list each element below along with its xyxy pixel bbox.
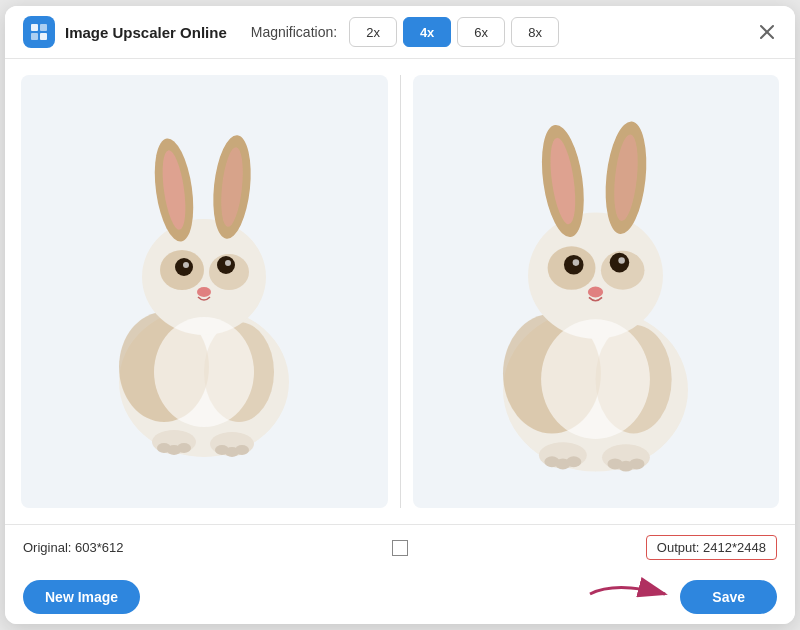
svg-rect-3	[40, 33, 47, 40]
svg-point-18	[183, 262, 189, 268]
output-image-panel	[413, 75, 780, 508]
svg-rect-0	[31, 24, 38, 31]
svg-point-45	[541, 319, 650, 439]
close-button[interactable]	[755, 20, 779, 44]
arrow-indicator	[585, 576, 675, 616]
svg-point-19	[225, 260, 231, 266]
panel-divider	[400, 75, 401, 508]
app-window: Image Upscaler Online Magnification: 2x …	[5, 6, 795, 624]
svg-rect-2	[31, 33, 38, 40]
svg-point-42	[573, 259, 580, 266]
magnification-label: Magnification:	[251, 24, 337, 40]
svg-point-20	[197, 287, 211, 297]
output-dimensions-label: Output: 2412*2448	[646, 535, 777, 560]
svg-point-29	[235, 445, 249, 455]
content-area	[5, 59, 795, 524]
svg-point-26	[177, 443, 191, 453]
svg-point-53	[629, 458, 644, 469]
svg-point-43	[619, 257, 626, 264]
mag-2x-button[interactable]: 2x	[349, 17, 397, 47]
compare-icon	[392, 540, 408, 556]
mag-6x-button[interactable]: 6x	[457, 17, 505, 47]
mag-4x-button[interactable]: 4x	[403, 17, 451, 47]
original-rabbit	[21, 75, 388, 508]
header: Image Upscaler Online Magnification: 2x …	[5, 6, 795, 59]
status-bar: Original: 603*612 Output: 2412*2448	[5, 524, 795, 570]
svg-point-50	[566, 456, 581, 467]
magnification-buttons: 2x 4x 6x 8x	[349, 17, 559, 47]
original-dimensions-label: Original: 603*612	[23, 540, 123, 555]
svg-rect-1	[40, 24, 47, 31]
mag-8x-button[interactable]: 8x	[511, 17, 559, 47]
svg-point-44	[588, 286, 603, 297]
new-image-button[interactable]: New Image	[23, 580, 140, 614]
original-image-panel	[21, 75, 388, 508]
app-title: Image Upscaler Online	[65, 24, 227, 41]
footer: New Image Save	[5, 570, 795, 624]
svg-point-21	[154, 317, 254, 427]
save-button[interactable]: Save	[680, 580, 777, 614]
output-rabbit	[413, 75, 780, 508]
app-logo	[23, 16, 55, 48]
